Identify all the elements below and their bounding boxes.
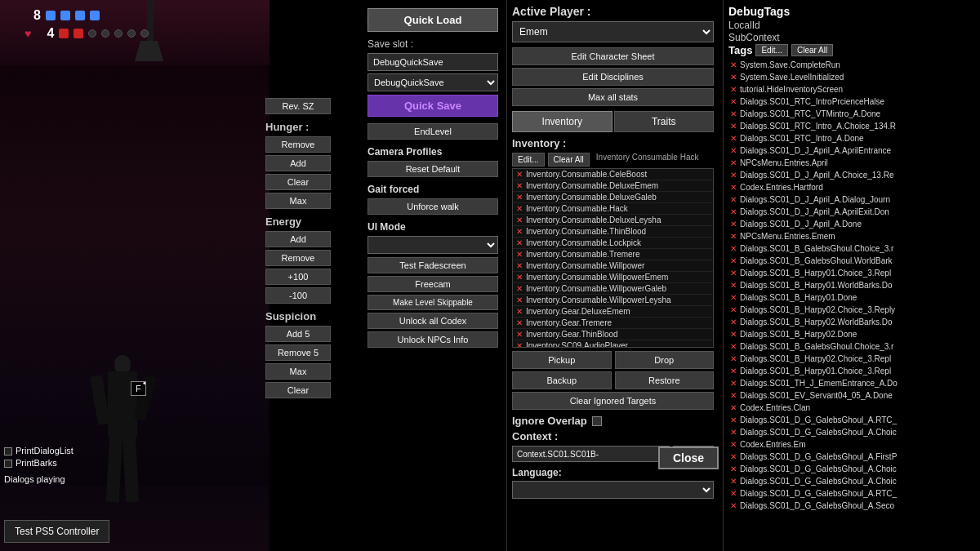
remove-tag-icon[interactable]: ✕ [730, 487, 737, 500]
hunger-add-button[interactable]: Add [265, 155, 331, 171]
remove-tag-icon[interactable]: ✕ [730, 463, 737, 475]
remove-tag-icon[interactable]: ✕ [730, 402, 737, 414]
remove-tag-icon[interactable]: ✕ [730, 389, 737, 402]
rev-sz-button[interactable]: Rev. SZ [265, 98, 331, 114]
suspicion-remove5-button[interactable]: Remove 5 [265, 344, 331, 361]
remove-item-icon[interactable]: ✕ [516, 284, 523, 293]
energy-minus100-button[interactable]: -100 [265, 287, 331, 304]
remove-item-icon[interactable]: ✕ [516, 170, 523, 179]
remove-tag-icon[interactable]: ✕ [730, 120, 737, 132]
list-item[interactable]: ✕Inventory.Consumable.WillpowerGaleb [513, 283, 713, 295]
remove-item-icon[interactable]: ✕ [516, 330, 523, 339]
remove-tag-icon[interactable]: ✕ [730, 267, 737, 279]
list-item[interactable]: ✕Inventory.Gear.ThinBlood [513, 329, 713, 340]
hunger-clear-button[interactable]: Clear [265, 174, 331, 190]
pickup-button[interactable]: Pickup [512, 351, 612, 369]
remove-tag-icon[interactable]: ✕ [730, 426, 737, 438]
list-item[interactable]: ✕Inventory.Gear.DeluxeEmem [513, 306, 713, 318]
list-item[interactable]: ✕Inventory.Consumable.Lockpick [513, 238, 713, 249]
remove-tag-icon[interactable]: ✕ [730, 451, 737, 463]
list-item[interactable]: ✕Inventory.SC09.AudioPlayer [513, 340, 713, 348]
clear-ignored-targets-button[interactable]: Clear Ignored Targets [512, 392, 714, 410]
list-item[interactable]: ✕Inventory.Consumable.WillpowerEmem [513, 272, 713, 283]
tab-traits[interactable]: Traits [614, 111, 715, 132]
tags-edit-button[interactable]: Edit... [755, 44, 788, 56]
unlock-all-codex-button[interactable]: Unlock all Codex [368, 313, 498, 329]
make-level-skippable-button[interactable]: Make Level Skippable [368, 295, 498, 310]
list-item[interactable]: ✕Inventory.Consumable.DeluxeLeysha [513, 215, 713, 226]
list-item[interactable]: ✕Inventory.Consumable.Tremere [513, 249, 713, 260]
remove-item-icon[interactable]: ✕ [516, 216, 523, 224]
quick-load-button[interactable]: Quick Load [368, 8, 498, 32]
test-ps5-button[interactable]: Test PS5 Controller [4, 520, 109, 543]
remove-item-icon[interactable]: ✕ [516, 261, 523, 270]
save-slot-select[interactable]: DebugQuickSave [368, 73, 498, 91]
remove-item-icon[interactable]: ✕ [516, 250, 523, 259]
remove-tag-icon[interactable]: ✕ [730, 304, 737, 316]
suspicion-max-button[interactable]: Max [265, 363, 331, 380]
remove-item-icon[interactable]: ✕ [516, 273, 523, 282]
remove-tag-icon[interactable]: ✕ [730, 218, 737, 230]
remove-tag-icon[interactable]: ✕ [730, 83, 737, 96]
freecam-button[interactable]: Freecam [368, 276, 498, 292]
remove-item-icon[interactable]: ✕ [516, 295, 523, 304]
quick-save-button[interactable]: Quick Save [368, 95, 498, 117]
remove-tag-icon[interactable]: ✕ [730, 475, 737, 487]
ui-mode-select[interactable] [368, 236, 498, 254]
list-item[interactable]: ✕Inventory.Consumable.DeluxeEmem [513, 180, 713, 192]
remove-tag-icon[interactable]: ✕ [730, 71, 737, 83]
player-select[interactable]: Emem [512, 21, 714, 42]
remove-tag-icon[interactable]: ✕ [730, 59, 737, 71]
list-item[interactable]: ✕Inventory.Consumable.ThinBlood [513, 226, 713, 238]
hunger-remove-button[interactable]: Remove [265, 136, 331, 153]
list-item[interactable]: ✕Inventory.Consumable.Willpower [513, 260, 713, 272]
remove-tag-icon[interactable]: ✕ [730, 193, 737, 206]
unforce-walk-button[interactable]: Unforce walk [368, 198, 498, 215]
reset-default-button[interactable]: Reset Default [368, 161, 498, 177]
remove-tag-icon[interactable]: ✕ [730, 328, 737, 340]
print-barks-checkbox[interactable] [4, 460, 12, 468]
edit-disciplines-button[interactable]: Edit Disciplines [512, 68, 714, 86]
suspicion-clear-button[interactable]: Clear [265, 382, 331, 398]
remove-item-icon[interactable]: ✕ [516, 318, 523, 327]
remove-tag-icon[interactable]: ✕ [730, 377, 737, 389]
list-item[interactable]: ✕Inventory.Consumable.Hack [513, 203, 713, 215]
save-slot-input[interactable] [368, 53, 498, 71]
backup-button[interactable]: Backup [512, 371, 612, 389]
print-dialog-checkbox[interactable] [4, 447, 12, 455]
unlock-npcs-info-button[interactable]: Unlock NPCs Info [368, 331, 498, 348]
suspicion-add5-button[interactable]: Add 5 [265, 326, 331, 342]
remove-tag-icon[interactable]: ✕ [730, 144, 737, 157]
remove-tag-icon[interactable]: ✕ [730, 206, 737, 218]
drop-button[interactable]: Drop [615, 351, 715, 369]
remove-item-icon[interactable]: ✕ [516, 181, 523, 190]
end-level-button[interactable]: EndLevel [368, 123, 498, 140]
remove-tag-icon[interactable]: ✕ [730, 316, 737, 328]
remove-tag-icon[interactable]: ✕ [730, 108, 737, 120]
remove-tag-icon[interactable]: ✕ [730, 438, 737, 451]
remove-item-icon[interactable]: ✕ [516, 341, 523, 348]
remove-tag-icon[interactable]: ✕ [730, 365, 737, 377]
inventory-clear-all-button[interactable]: Clear All [548, 153, 590, 167]
remove-tag-icon[interactable]: ✕ [730, 242, 737, 255]
tab-inventory[interactable]: Inventory [512, 111, 612, 132]
energy-add-button[interactable]: Add [265, 231, 331, 247]
list-item[interactable]: ✕Inventory.Consumable.DeluxeGaleb [513, 192, 713, 203]
remove-tag-icon[interactable]: ✕ [730, 181, 737, 193]
hunger-max-button[interactable]: Max [265, 193, 331, 209]
max-all-stats-button[interactable]: Max all stats [512, 88, 714, 106]
remove-item-icon[interactable]: ✕ [516, 227, 523, 236]
remove-tag-icon[interactable]: ✕ [730, 340, 737, 353]
energy-plus100-button[interactable]: +100 [265, 269, 331, 285]
list-item[interactable]: ✕Inventory.Gear.Tremere [513, 318, 713, 329]
remove-tag-icon[interactable]: ✕ [730, 255, 737, 267]
remove-tag-icon[interactable]: ✕ [730, 96, 737, 108]
restore-button[interactable]: Restore [615, 371, 715, 389]
inventory-edit-button[interactable]: Edit... [512, 153, 545, 167]
language-select[interactable] [512, 481, 714, 499]
close-button[interactable]: Close [658, 447, 719, 469]
remove-tag-icon[interactable]: ✕ [730, 132, 737, 144]
edit-character-sheet-button[interactable]: Edit Character Sheet [512, 47, 714, 65]
tags-clear-button[interactable]: Clear All [791, 44, 833, 56]
energy-remove-button[interactable]: Remove [265, 250, 331, 266]
